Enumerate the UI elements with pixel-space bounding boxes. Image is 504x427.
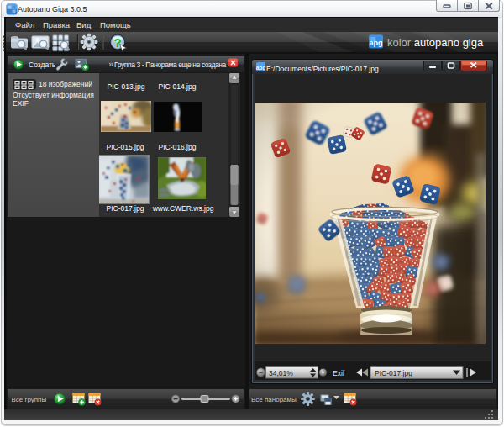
svg-text:PIC-017.jpg: PIC-017.jpg [375, 369, 412, 377]
svg-text:E:/Documents/Pictures/PIC-017.: E:/Documents/Pictures/PIC-017.jpg [266, 65, 379, 73]
svg-text:PIC-016.jpg: PIC-016.jpg [159, 143, 197, 151]
svg-text:PIC-014.jpg: PIC-014.jpg [159, 82, 197, 91]
svg-text:?: ? [113, 35, 121, 50]
svg-text:apg: apg [256, 65, 266, 71]
svg-text:EXIF: EXIF [13, 99, 29, 108]
svg-text:PIC-017.jpg: PIC-017.jpg [107, 204, 144, 213]
svg-text:Все панорамы: Все панорамы [251, 396, 297, 403]
svg-text:»: » [108, 59, 113, 69]
svg-text:kolor autopano giga: kolor autopano giga [387, 36, 484, 49]
svg-text:Exif: Exif [333, 369, 345, 377]
svg-text:www.CWER.ws.jpg: www.CWER.ws.jpg [152, 204, 214, 213]
svg-text:34,01%: 34,01% [269, 369, 293, 377]
svg-text:PIC-015.jpg: PIC-015.jpg [107, 143, 144, 151]
svg-text:Все группы: Все группы [12, 396, 47, 403]
svg-text:Создать: Создать [29, 61, 56, 69]
svg-text:PIC-013.jpg: PIC-013.jpg [108, 82, 145, 91]
svg-text:apg: apg [369, 39, 382, 47]
svg-text:Группа 3 - Панорама еще не соз: Группа 3 - Панорама еще не создана [114, 61, 227, 69]
svg-text:Отсуствует информация: Отсуствует информация [13, 91, 94, 99]
svg-text:18 изображений: 18 изображений [39, 80, 92, 88]
